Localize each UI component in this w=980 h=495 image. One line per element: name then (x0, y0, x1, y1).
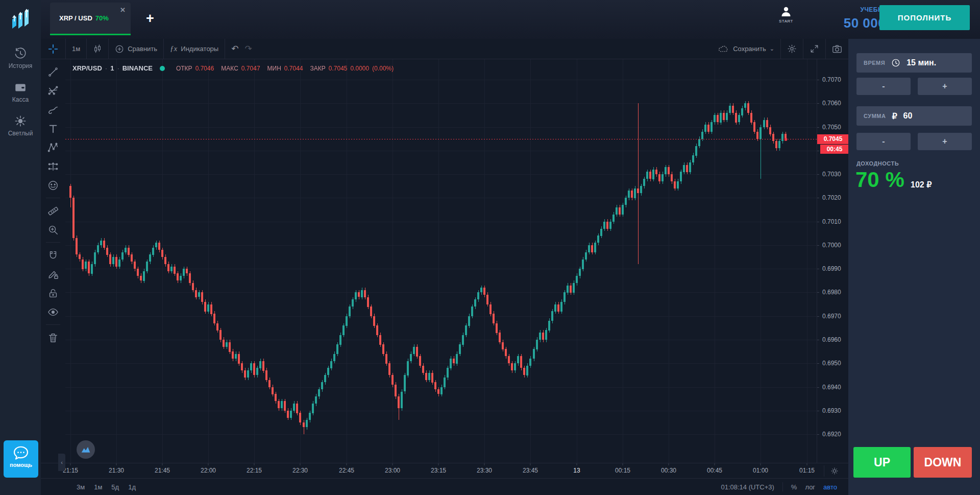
indicators-button[interactable]: ƒx Индикаторы (164, 39, 225, 59)
interval-label: 1м (72, 45, 80, 53)
range-1m[interactable]: 1м (94, 483, 102, 491)
current-price-label: 0.7045 (817, 134, 849, 144)
forecast-tool[interactable] (41, 157, 65, 176)
tab-xrp-usd[interactable]: XRP / USD 70% ✕ (50, 3, 131, 35)
drawing-mode-lock-tool[interactable] (41, 265, 65, 284)
gann-fib-tool[interactable] (41, 81, 65, 100)
crosshair-tool-button[interactable] (41, 39, 65, 59)
zoom-in-icon (47, 224, 59, 235)
price-axis-label: 0.7020 (822, 194, 841, 201)
price-axis-label: 0.6970 (822, 313, 841, 320)
price-axis-label: 0.6940 (822, 384, 841, 391)
time-axis-label: 23:00 (385, 467, 400, 474)
chart-plot-area[interactable]: XRP/USD · 1 · BINANCE ОТКР 0.7046 МАКС 0… (65, 59, 817, 463)
app-logo[interactable] (9, 6, 33, 33)
undo-button[interactable]: ↶ (225, 39, 244, 59)
magnet-tool[interactable] (41, 246, 65, 265)
time-axis-label: 13 (573, 467, 580, 474)
sidebar-item-label: История (9, 62, 33, 69)
log-scale-button[interactable]: лог (805, 483, 815, 491)
price-axis-tick (817, 387, 819, 388)
up-button[interactable]: UP (853, 447, 911, 478)
payout-label: ДОХОДНОСТЬ (856, 160, 899, 167)
sidebar-item-history[interactable]: История (0, 47, 41, 69)
indicators-label: Индикаторы (181, 45, 218, 53)
chat-bubble-icon (12, 445, 30, 461)
amount-plus-button[interactable]: + (918, 133, 972, 150)
sidebar-item-cashier[interactable]: Касса (0, 81, 41, 103)
range-1d[interactable]: 1д (128, 483, 136, 491)
drawing-toolbar (41, 59, 65, 463)
time-minus-button[interactable]: - (856, 78, 911, 95)
expiry-time-field[interactable]: ВРЕМЯ 15 мин. (856, 53, 972, 73)
range-5d[interactable]: 5д (111, 483, 119, 491)
save-layout-button[interactable]: Сохранить ⌄ (712, 39, 780, 59)
price-axis-tick (817, 198, 819, 198)
redo-button[interactable]: ↷ (244, 39, 258, 59)
chart-settings-button[interactable] (781, 39, 803, 59)
tab-close-icon[interactable]: ✕ (120, 7, 126, 13)
ruler-icon (47, 205, 59, 217)
sidebar-item-theme[interactable]: Светлый (0, 114, 41, 137)
measure-tool[interactable] (41, 201, 65, 220)
time-axis[interactable]: 21:1521:3021:4522:0022:1522:3022:4523:00… (41, 463, 848, 478)
trend-line-tool[interactable] (41, 62, 65, 81)
price-axis-label: 0.6930 (822, 407, 841, 414)
range-3m[interactable]: 3м (77, 483, 85, 491)
hide-all-tool[interactable] (41, 302, 65, 321)
interval-button[interactable]: 1м (66, 39, 86, 59)
lock-all-tool[interactable] (41, 284, 65, 302)
compare-button[interactable]: Сравнить (109, 39, 163, 59)
toolbar-separator (46, 242, 60, 243)
time-axis-label: 00:15 (615, 467, 630, 474)
server-clock[interactable]: 01:08:14 (UTC+3) (721, 483, 774, 491)
price-axis[interactable]: 0.70700.70600.70500.70400.70300.70200.70… (817, 59, 848, 463)
price-axis-label: 0.6920 (822, 431, 841, 438)
fullscreen-button[interactable] (803, 39, 825, 59)
chart-type-button[interactable] (87, 39, 108, 59)
open-value: 0.7046 (195, 65, 214, 72)
pencil-lock-icon (47, 269, 59, 280)
time-plus-button[interactable]: + (918, 78, 972, 95)
cloud-save-icon (718, 45, 729, 53)
text-icon (47, 123, 59, 134)
remove-drawings-tool[interactable] (41, 328, 65, 347)
zoom-in-tool[interactable] (41, 220, 65, 239)
emoji-tool[interactable] (41, 176, 65, 195)
down-button[interactable]: DOWN (914, 447, 972, 478)
price-axis-label: 0.6950 (822, 360, 841, 367)
amount-field[interactable]: СУММА ₽ 60 (856, 106, 972, 126)
axis-settings-button[interactable] (824, 465, 844, 477)
pattern-tool[interactable] (41, 138, 65, 157)
brush-tool[interactable] (41, 100, 65, 119)
text-tool[interactable] (41, 119, 65, 138)
new-tab-button[interactable]: + (141, 9, 159, 28)
price-axis-label: 0.7050 (822, 124, 841, 131)
price-axis-label: 0.7030 (822, 171, 841, 178)
screenshot-button[interactable] (826, 39, 848, 59)
time-axis-tick (623, 463, 623, 465)
time-axis-label: 22:30 (292, 467, 308, 474)
auto-scale-button[interactable]: авто (823, 483, 837, 491)
crosshair-icon (48, 44, 58, 54)
collapse-toolbar-handle[interactable]: ‹ (58, 454, 65, 471)
market-status-icon (160, 66, 165, 71)
start-tour-button[interactable]: START (775, 6, 797, 23)
help-button[interactable]: помощь (4, 440, 38, 478)
gear-icon (787, 44, 797, 54)
amount-minus-button[interactable]: - (856, 133, 911, 150)
candlestick-canvas[interactable] (65, 59, 817, 463)
top-bar: XRP / USD 70% ✕ + START УЧЕБНЫЙ ▾ 50 000… (41, 0, 980, 39)
close-value: 0.7045 (329, 65, 348, 72)
compare-label: Сравнить (128, 45, 157, 53)
xabcd-pattern-icon (47, 142, 59, 153)
time-axis-label: 00:30 (661, 467, 676, 474)
deposit-button[interactable]: ПОПОЛНИТЬ (879, 5, 970, 30)
chart-minimize-button[interactable] (77, 440, 95, 459)
history-icon (14, 47, 27, 60)
low-label: МИН (267, 65, 281, 72)
percent-scale-button[interactable]: % (791, 483, 797, 491)
start-label: START (779, 19, 793, 23)
price-axis-tick (817, 245, 819, 246)
time-axis-tick (715, 463, 715, 465)
